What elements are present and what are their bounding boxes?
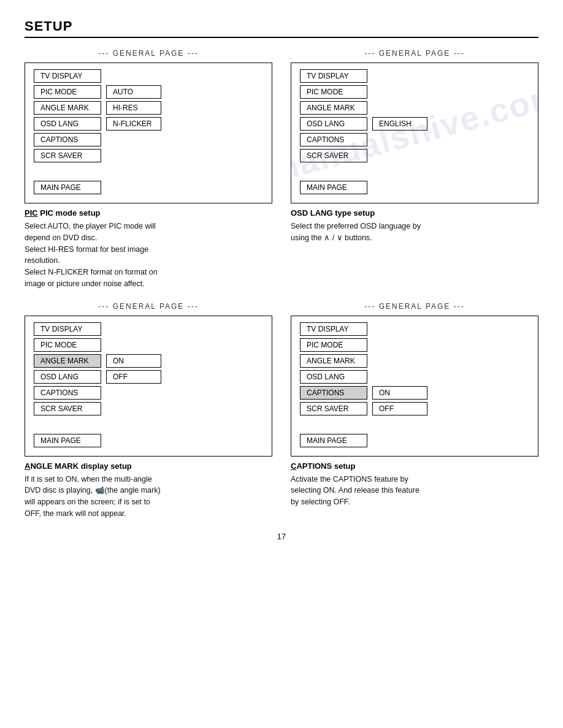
osd-lang-btn-1[interactable]: OSD LANG [34,117,101,131]
panel-1-label: --- GENERAL PAGE --- [25,49,272,58]
osd-lang-option-2[interactable]: ENGLISH [372,117,427,131]
angle-mark-btn-4[interactable]: ANGLE MARK [300,354,367,368]
angle-mark-option-1[interactable]: HI-RES [106,101,161,115]
osd-lang-btn-4[interactable]: OSD LANG [300,370,367,384]
angle-mark-btn-3[interactable]: ANGLE MARK [34,354,101,368]
panel-1-desc-title: PIC PIC mode setup [25,208,272,218]
panel-3-label: --- GENERAL PAGE --- [25,302,272,311]
menu-item-captions-3: CAPTIONS [34,386,263,400]
menu-item-osd-lang-1: OSD LANG N-FLICKER [34,117,263,131]
page-title: SETUP [25,18,538,34]
page-number: 17 [25,532,538,541]
captions-btn-4[interactable]: CAPTIONS [300,386,367,400]
menu-item-angle-mark-1: ANGLE MARK HI-RES [34,101,263,115]
pic-mode-option-1[interactable]: AUTO [106,85,161,99]
panel-4-label: --- GENERAL PAGE --- [291,302,538,311]
main-page-btn-2[interactable]: MAIN PAGE [300,181,367,194]
scr-saver-btn-3[interactable]: SCR SAVER [34,402,101,415]
tv-display-btn-2[interactable]: TV DISPLAY [300,69,367,83]
panel-4: --- GENERAL PAGE --- TV DISPLAY PIC MODE… [291,302,538,520]
menu-item-scr-saver-4: SCR SAVER OFF [300,402,529,415]
menu-item-captions-2: CAPTIONS [300,133,529,146]
menu-item-captions-1: CAPTIONS [34,133,263,146]
angle-mark-btn-2[interactable]: ANGLE MARK [300,101,367,115]
main-page-btn-3[interactable]: MAIN PAGE [34,434,101,447]
captions-btn-3[interactable]: CAPTIONS [34,386,101,400]
pic-mode-btn-2[interactable]: PIC MODE [300,85,367,99]
osd-lang-btn-2[interactable]: OSD LANG [300,117,367,131]
tv-display-btn-4[interactable]: TV DISPLAY [300,322,367,336]
osd-lang-option-3[interactable]: OFF [106,370,161,384]
main-page-btn-4[interactable]: MAIN PAGE [300,434,367,447]
panel-1-desc-text: Select AUTO, the player PIC mode will de… [25,221,272,290]
panel-2-label: --- GENERAL PAGE --- [291,49,538,58]
menu-item-tv-display-4: TV DISPLAY [300,322,529,336]
osd-lang-option-1[interactable]: N-FLICKER [106,117,161,131]
pic-mode-btn-4[interactable]: PIC MODE [300,338,367,352]
menu-item-pic-mode-2: PIC MODE [300,85,529,99]
menu-item-angle-mark-3: ANGLE MARK ON [34,354,263,368]
menu-item-scr-saver-1: SCR SAVER [34,149,263,162]
captions-option-4[interactable]: ON [372,386,427,400]
panel-3-desc-title: ANGLE MARK display setup [25,461,272,471]
menu-item-scr-saver-3: SCR SAVER [34,402,263,415]
captions-btn-2[interactable]: CAPTIONS [300,133,367,146]
angle-mark-option-3[interactable]: ON [106,354,161,368]
menu-item-captions-4: CAPTIONS ON [300,386,529,400]
panel-3: --- GENERAL PAGE --- TV DISPLAY PIC MODE… [25,302,272,520]
menu-item-pic-mode-3: PIC MODE [34,338,263,352]
menu-item-tv-display-2: TV DISPLAY [300,69,529,83]
tv-display-btn-3[interactable]: TV DISPLAY [34,322,101,336]
panel-2-desc-text: Select the preferred OSD language by usi… [291,221,538,244]
panel-3-desc-text: If it is set to ON, when the multi-angle… [25,474,272,520]
tv-display-btn-1[interactable]: TV DISPLAY [34,69,101,83]
panel-4-desc-title: CAPTIONS setup [291,461,538,471]
menu-item-pic-mode-4: PIC MODE [300,338,529,352]
panel-2: --- GENERAL PAGE --- manualshive.com TV … [291,49,538,290]
scr-saver-btn-2[interactable]: SCR SAVER [300,149,367,162]
pic-mode-btn-1[interactable]: PIC MODE [34,85,101,99]
pic-mode-btn-3[interactable]: PIC MODE [34,338,101,352]
menu-item-angle-mark-4: ANGLE MARK [300,354,529,368]
main-page-btn-1[interactable]: MAIN PAGE [34,181,101,194]
menu-item-osd-lang-3: OSD LANG OFF [34,370,263,384]
menu-item-osd-lang-4: OSD LANG [300,370,529,384]
panel-4-desc-text: Activate the CAPTIONS feature by selecti… [291,474,538,508]
scr-saver-btn-4[interactable]: SCR SAVER [300,402,367,415]
panel-1: --- GENERAL PAGE --- TV DISPLAY PIC MODE… [25,49,272,290]
scr-saver-option-4[interactable]: OFF [372,402,427,415]
scr-saver-btn-1[interactable]: SCR SAVER [34,149,101,162]
menu-item-osd-lang-2: OSD LANG ENGLISH [300,117,529,131]
menu-item-tv-display-1: TV DISPLAY [34,69,263,83]
captions-btn-1[interactable]: CAPTIONS [34,133,101,146]
osd-lang-btn-3[interactable]: OSD LANG [34,370,101,384]
panel-2-desc-title: OSD LANG type setup [291,208,538,218]
menu-item-scr-saver-2: SCR SAVER [300,149,529,162]
menu-item-angle-mark-2: ANGLE MARK [300,101,529,115]
menu-item-pic-mode-1: PIC MODE AUTO [34,85,263,99]
menu-item-tv-display-3: TV DISPLAY [34,322,263,336]
angle-mark-btn-1[interactable]: ANGLE MARK [34,101,101,115]
